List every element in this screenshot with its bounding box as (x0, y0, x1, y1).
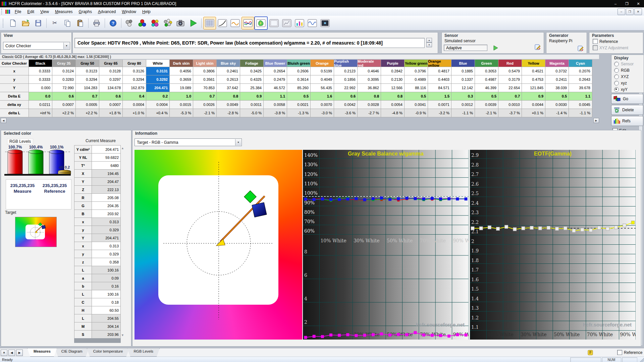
table-cell[interactable]: +2.2 % (76, 109, 99, 117)
table-cell[interactable]: 0.2130 (381, 75, 405, 84)
table-cell[interactable]: 70.853 (193, 84, 217, 92)
run-measures-button[interactable] (187, 17, 200, 29)
table-cell[interactable]: 0.2479 (264, 75, 287, 84)
table-cell[interactable]: 0.3283 (52, 75, 76, 84)
table-cell[interactable]: 0.3 (451, 92, 475, 101)
table-cell[interactable]: 0.4987 (475, 75, 498, 84)
column-header-bluish-green[interactable]: Bluish green (287, 60, 311, 67)
table-cell[interactable]: +0.1 % (522, 109, 545, 117)
measure-all-colors-button[interactable] (161, 17, 174, 29)
table-cell[interactable]: 0.0070 (311, 101, 334, 109)
generator-configure-icon[interactable] (577, 45, 584, 52)
table-cell[interactable]: 204.471 (146, 84, 170, 92)
table-cell[interactable]: 0.2411 (545, 75, 569, 84)
view-cie-diagram-button[interactable] (254, 16, 268, 30)
table-cell[interactable]: 0.3179 (498, 75, 522, 84)
table-cell[interactable]: 0.1856 (334, 75, 358, 84)
chevron-down-icon[interactable]: ▼ (235, 139, 241, 145)
table-cell[interactable]: +1.8 % (99, 109, 123, 117)
table-cell[interactable]: -2.8 % (217, 109, 240, 117)
menu-item-help[interactable]: Help (139, 8, 154, 15)
spin-down-icon[interactable]: ▼ (426, 43, 432, 47)
minimize-icon[interactable]: – (610, 0, 621, 7)
table-cell[interactable]: -1.1 % (451, 109, 475, 117)
table-cell[interactable]: 0.3333 (29, 75, 52, 84)
column-header-foliage[interactable]: Foliage (240, 60, 264, 67)
table-cell[interactable]: 0.3294 (76, 75, 99, 84)
table-cell[interactable]: 0.3095 (358, 75, 381, 84)
table-cell[interactable]: 0.3796 (405, 67, 428, 75)
table-cell[interactable]: 0.0071 (428, 101, 451, 109)
radio-rgb-icon[interactable] (614, 68, 619, 73)
table-cell[interactable]: 0.0004 (123, 101, 146, 109)
delete-button[interactable]: Delete (611, 105, 643, 115)
bottom-reference-checkbox[interactable] (617, 350, 622, 355)
mdi-close-icon[interactable]: ✕ (634, 8, 642, 15)
view-monitor-1-button[interactable] (268, 17, 280, 29)
menu-item-window[interactable]: Window (119, 8, 139, 15)
table-cell[interactable]: 0.0044 (522, 101, 545, 109)
table-cell[interactable]: 0.8 (381, 92, 405, 101)
table-cell[interactable]: -3.6 % (334, 109, 358, 117)
new-file-button[interactable] (6, 17, 19, 29)
print-button[interactable] (90, 17, 103, 29)
table-cell[interactable]: -3.8 % (264, 109, 287, 117)
view-rgb-levels-button[interactable] (241, 17, 254, 29)
table-cell[interactable]: 25.384 (240, 84, 264, 92)
table-cell[interactable]: 0.3292 (146, 75, 170, 84)
table-scroll-right-icon[interactable]: ▶ (593, 118, 599, 123)
table-cell[interactable]: 0.4753 (522, 75, 545, 84)
table-cell[interactable]: 22.654 (498, 84, 522, 92)
measure-grayscale-button[interactable] (123, 17, 136, 29)
table-cell[interactable]: 0.5 (405, 92, 428, 101)
table-cell[interactable]: -2.1 % (193, 109, 217, 117)
table-cell[interactable]: 0.3123 (76, 67, 99, 75)
sensor-mode-field[interactable]: Adaptive (444, 45, 487, 51)
column-header-yellow-green[interactable]: Yellow green (405, 60, 428, 67)
column-header-red[interactable]: Red (498, 60, 522, 67)
table-cell[interactable]: 0.4325 (240, 75, 264, 84)
table-cell[interactable]: 56.435 (311, 84, 334, 92)
table-cell[interactable]: 1.6 (311, 92, 334, 101)
resize-grip[interactable] (639, 357, 644, 362)
table-cell[interactable]: 0.0041 (405, 101, 428, 109)
table-cell[interactable]: 0.0049 (217, 101, 240, 109)
column-header-purplish-blue[interactable]: Purplish blue (334, 60, 358, 67)
reference-checkbox[interactable] (593, 39, 598, 44)
radio-xyy-icon[interactable] (614, 87, 619, 92)
tab-scroll-right-icon[interactable]: ▶ (16, 350, 23, 356)
table-cell[interactable]: 0.4 (123, 92, 146, 101)
menu-item-view[interactable]: View (37, 8, 52, 15)
table-cell[interactable]: 0.0058 (264, 101, 287, 109)
column-header-purple[interactable]: Purple (381, 60, 405, 67)
copy-button[interactable] (61, 17, 74, 29)
display-option-rgb[interactable]: RGB (611, 67, 644, 73)
table-cell[interactable]: 0.2613 (217, 75, 240, 84)
close-icon[interactable]: ✕ (633, 0, 644, 7)
table-cell[interactable]: 0.7 (498, 92, 522, 101)
table-cell[interactable]: 0.0021 (287, 101, 311, 109)
view-monitor-2-button[interactable] (280, 17, 293, 29)
table-cell[interactable]: 0.3659 (170, 75, 193, 84)
measure-secondaries-button[interactable] (149, 17, 161, 29)
table-cell[interactable]: 37.642 (217, 84, 240, 92)
column-header-blue-flower[interactable]: Blue flower (264, 60, 287, 67)
capture-button[interactable] (174, 17, 187, 29)
cut-button[interactable]: ✂ (48, 17, 61, 29)
table-cell[interactable]: -5.0 % (240, 109, 264, 117)
open-file-button[interactable] (19, 17, 32, 29)
table-cell[interactable]: 1.0 (170, 92, 193, 101)
table-cell[interactable]: 0.3126 (123, 67, 146, 75)
table-cell[interactable]: 12.142 (451, 84, 475, 92)
table-cell[interactable]: 39.678 (569, 84, 592, 92)
table-cell[interactable]: 0.8 (217, 92, 240, 101)
table-cell[interactable]: 0.0054 (381, 101, 405, 109)
table-cell[interactable]: 0.3732 (545, 67, 569, 75)
table-cell[interactable]: 121.845 (522, 84, 545, 92)
table-cell[interactable]: 0.2076 (569, 67, 592, 75)
information-view-dropdown[interactable]: Target - RGB - Gamma ▼ (135, 138, 242, 146)
table-cell[interactable]: -3.2 % (428, 109, 451, 117)
table-cell[interactable]: 46.572 (264, 84, 287, 92)
display-option-xyy[interactable]: xyY (611, 86, 644, 93)
tab-measures[interactable]: Measures (27, 348, 57, 357)
